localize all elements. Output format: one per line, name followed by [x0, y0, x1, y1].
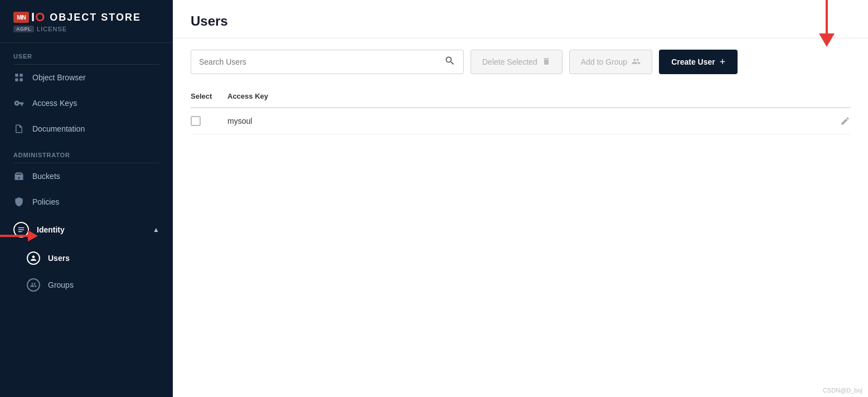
agpl-badge: AGPL — [13, 26, 34, 32]
user-section-label: User — [0, 43, 173, 64]
col-header-access-key: Access Key — [227, 92, 819, 100]
col-header-select: Select — [191, 92, 219, 100]
create-user-button[interactable]: Create User + — [659, 50, 738, 74]
add-group-icon — [632, 57, 641, 67]
create-user-label: Create User — [671, 57, 715, 66]
add-to-group-label: Add to Group — [581, 57, 627, 66]
table-header: Select Access Key — [191, 85, 850, 108]
row-access-key: mysoul — [227, 117, 819, 125]
sidebar-item-documentation-label: Documentation — [32, 124, 85, 133]
sidebar-item-policies[interactable]: Policies — [0, 189, 173, 215]
delete-icon — [542, 57, 551, 67]
svg-rect-5 — [18, 229, 25, 230]
search-icon — [444, 55, 455, 69]
sidebar-identity-label: Identity — [37, 225, 65, 234]
sidebar-sub-item-users-label: Users — [48, 254, 70, 263]
sidebar-sub-item-users[interactable]: Users — [0, 245, 173, 272]
bucket-icon — [13, 171, 25, 182]
toolbar: Delete Selected Add to Group Create User… — [173, 38, 868, 85]
license-text: LICENSE — [37, 26, 67, 32]
sidebar-item-access-keys-label: Access Keys — [32, 99, 77, 108]
sidebar-item-object-browser-label: Object Browser — [32, 73, 86, 82]
admin-section-label: Administrator — [0, 142, 173, 163]
identity-icon — [13, 222, 29, 238]
sidebar-item-access-keys[interactable]: Access Keys — [0, 90, 173, 116]
logo-io: IO — [31, 10, 45, 25]
logo-license: AGPL LICENSE — [13, 26, 141, 32]
logo-top: MIN IO OBJECT STORE — [13, 10, 141, 25]
groups-icon — [27, 278, 40, 292]
sidebar-item-documentation[interactable]: Documentation — [0, 116, 173, 142]
sidebar-item-buckets-label: Buckets — [32, 172, 60, 181]
main-header: Users — [173, 0, 868, 38]
sidebar-item-buckets[interactable]: Buckets — [0, 163, 173, 189]
sidebar-identity-header[interactable]: Identity ▲ — [0, 215, 173, 245]
delete-selected-button[interactable]: Delete Selected — [471, 50, 562, 74]
main-content: Users Delete Selected Add to Group Creat… — [173, 0, 868, 397]
svg-rect-2 — [15, 79, 18, 81]
row-checkbox[interactable] — [191, 116, 201, 126]
svg-rect-0 — [15, 74, 18, 76]
delete-selected-label: Delete Selected — [482, 57, 537, 66]
search-input[interactable] — [199, 57, 440, 66]
grid-icon — [13, 72, 25, 83]
sidebar-item-policies-label: Policies — [32, 197, 59, 206]
logo-product: OBJECT STORE — [50, 12, 141, 23]
add-to-group-button[interactable]: Add to Group — [569, 50, 652, 74]
logo-text: MIN IO OBJECT STORE AGPL LICENSE — [13, 10, 141, 32]
row-checkbox-container[interactable] — [191, 116, 219, 126]
svg-rect-1 — [20, 74, 23, 76]
key-icon — [13, 98, 25, 109]
users-table: Select Access Key mysoul — [173, 85, 868, 397]
svg-rect-3 — [20, 79, 23, 81]
svg-rect-6 — [18, 231, 22, 232]
logo-mini-badge: MIN — [13, 12, 29, 23]
chevron-up-icon: ▲ — [153, 226, 159, 234]
watermark: CSDN@D_boj — [823, 387, 862, 394]
shield-icon — [13, 196, 25, 207]
logo: MIN IO OBJECT STORE AGPL LICENSE — [13, 10, 159, 32]
table-row: mysoul — [191, 108, 850, 134]
sidebar-item-object-browser[interactable]: Object Browser — [0, 65, 173, 90]
row-edit-button[interactable] — [828, 116, 850, 126]
search-box[interactable] — [191, 50, 464, 74]
sidebar: MIN IO OBJECT STORE AGPL LICENSE User Ob… — [0, 0, 173, 397]
sidebar-sub-item-groups-label: Groups — [48, 280, 74, 289]
doc-icon — [13, 123, 25, 134]
plus-icon: + — [720, 56, 726, 68]
sidebar-sub-item-groups[interactable]: Groups — [0, 272, 173, 298]
page-title: Users — [191, 13, 850, 29]
users-icon — [27, 251, 40, 265]
svg-rect-4 — [18, 227, 25, 228]
sidebar-logo: MIN IO OBJECT STORE AGPL LICENSE — [0, 0, 173, 43]
